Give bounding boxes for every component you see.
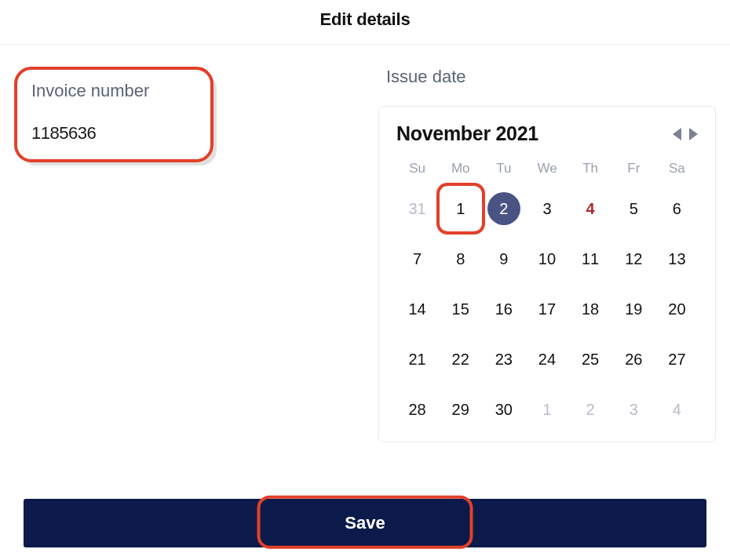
weekday-header: Su [396,161,438,176]
calendar-day[interactable]: 4 [656,391,698,427]
calendar-day[interactable]: 5 [613,191,655,227]
weekday-header: Fr [613,161,655,176]
calendar-day[interactable]: 1 [526,391,568,427]
calendar-day[interactable]: 12 [613,241,655,277]
calendar-day[interactable]: 21 [396,341,438,377]
prev-month-icon[interactable] [673,128,681,140]
weekday-header: Th [570,161,611,176]
calendar-day[interactable]: 2 [570,391,611,427]
calendar-day[interactable]: 20 [656,291,698,327]
calendar-day[interactable]: 10 [526,241,568,277]
calendar-day[interactable]: 3 [613,391,655,427]
calendar-day[interactable]: 31 [396,191,438,227]
calendar-day[interactable]: 8 [440,241,481,277]
calendar-day[interactable]: 3 [526,191,568,227]
calendar-day[interactable]: 30 [483,391,524,427]
weekday-header: Mo [440,161,481,176]
save-button[interactable]: Save [24,499,706,547]
date-picker: November 2021 SuMoTuWeThFrSa311234567891… [378,106,716,442]
calendar-nav [673,128,698,140]
modal-header: Edit details [0,0,730,45]
calendar-day[interactable]: 7 [396,241,438,277]
calendar-day[interactable]: 14 [396,291,438,327]
calendar-day[interactable]: 13 [656,241,698,277]
calendar-day[interactable]: 4 [570,191,611,227]
invoice-number-highlight-box: Invoice number [14,67,214,162]
calendar-day[interactable]: 27 [656,341,698,377]
calendar-day[interactable]: 2 [483,191,524,227]
calendar-day[interactable]: 15 [440,291,481,327]
calendar-day[interactable]: 9 [483,241,524,277]
weekday-header: Sa [656,161,698,176]
calendar-day[interactable]: 23 [483,341,524,377]
issue-date-section: Issue date November 2021 SuMoTuWeThFrSa3… [378,67,716,442]
calendar-header: November 2021 [396,122,698,145]
invoice-number-label: Invoice number [31,81,196,101]
invoice-number-input[interactable] [31,123,196,144]
calendar-day[interactable]: 11 [570,241,611,277]
calendar-grid: SuMoTuWeThFrSa31123456789101112131415161… [396,161,698,427]
calendar-day[interactable]: 28 [396,391,438,427]
calendar-day[interactable]: 6 [656,191,698,227]
invoice-number-section: Invoice number [14,67,214,442]
calendar-day[interactable]: 16 [483,291,524,327]
calendar-day[interactable]: 19 [613,291,655,327]
calendar-day[interactable]: 29 [440,391,481,427]
form-body: Invoice number Issue date November 2021 … [0,45,730,442]
calendar-day[interactable]: 24 [526,341,568,377]
save-bar: Save [24,499,706,547]
calendar-month-title: November 2021 [396,122,538,145]
weekday-header: We [526,161,568,176]
calendar-day[interactable]: 1 [440,191,481,227]
calendar-day[interactable]: 18 [570,291,611,327]
calendar-day[interactable]: 25 [570,341,611,377]
calendar-day[interactable]: 26 [613,341,655,377]
issue-date-label: Issue date [386,67,716,87]
modal-title: Edit details [0,9,730,30]
next-month-icon[interactable] [689,128,698,140]
weekday-header: Tu [483,161,524,176]
calendar-day[interactable]: 17 [526,291,568,327]
calendar-day[interactable]: 22 [440,341,481,377]
